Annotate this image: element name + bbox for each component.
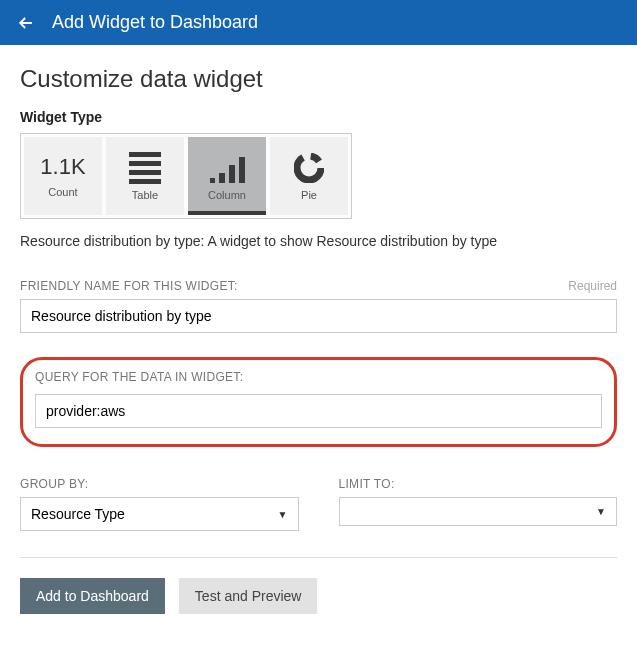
action-bar: Add to Dashboard Test and Preview	[0, 558, 637, 634]
widget-type-selector: 1.1K Count Table Column Pie	[20, 133, 352, 219]
widget-type-label: Widget Type	[20, 109, 617, 125]
limit-to-select[interactable]: ▼	[339, 497, 618, 526]
query-label: QUERY FOR THE DATA IN WIDGET:	[35, 370, 602, 384]
group-by-label: GROUP BY:	[20, 477, 299, 491]
limit-to-field: LIMIT TO: ▼	[339, 477, 618, 531]
pie-chart-icon	[294, 151, 324, 185]
friendly-name-label: FRIENDLY NAME FOR THIS WIDGET:	[20, 279, 238, 293]
chevron-down-icon: ▼	[596, 506, 606, 517]
widget-type-label-text: Table	[132, 189, 158, 201]
required-indicator: Required	[568, 279, 617, 293]
add-to-dashboard-button[interactable]: Add to Dashboard	[20, 578, 165, 614]
page-title: Customize data widget	[20, 65, 617, 93]
query-field-highlight: QUERY FOR THE DATA IN WIDGET:	[20, 357, 617, 447]
widget-type-label-text: Pie	[301, 189, 317, 201]
widget-type-count[interactable]: 1.1K Count	[24, 137, 102, 215]
group-by-field: GROUP BY: Resource Type ▼	[20, 477, 299, 531]
test-and-preview-button[interactable]: Test and Preview	[179, 578, 318, 614]
widget-type-pie[interactable]: Pie	[270, 137, 348, 215]
widget-type-label-text: Count	[48, 186, 77, 198]
header-title: Add Widget to Dashboard	[52, 12, 258, 33]
widget-type-table[interactable]: Table	[106, 137, 184, 215]
content-area: Customize data widget Widget Type 1.1K C…	[0, 45, 637, 558]
table-icon	[129, 151, 161, 185]
widget-type-label-text: Column	[208, 189, 246, 201]
query-input[interactable]	[35, 394, 602, 428]
page-header: Add Widget to Dashboard	[0, 0, 637, 45]
widget-description: Resource distribution by type: A widget …	[20, 233, 617, 249]
column-chart-icon	[210, 151, 245, 185]
widget-type-column[interactable]: Column	[188, 137, 266, 215]
count-value-icon: 1.1K	[40, 154, 85, 180]
svg-point-0	[297, 156, 321, 180]
back-arrow-icon[interactable]	[16, 13, 36, 33]
friendly-name-field: FRIENDLY NAME FOR THIS WIDGET: Required	[20, 279, 617, 333]
friendly-name-input[interactable]	[20, 299, 617, 333]
group-by-value: Resource Type	[31, 506, 125, 522]
limit-to-label: LIMIT TO:	[339, 477, 618, 491]
chevron-down-icon: ▼	[278, 509, 288, 520]
group-by-select[interactable]: Resource Type ▼	[20, 497, 299, 531]
